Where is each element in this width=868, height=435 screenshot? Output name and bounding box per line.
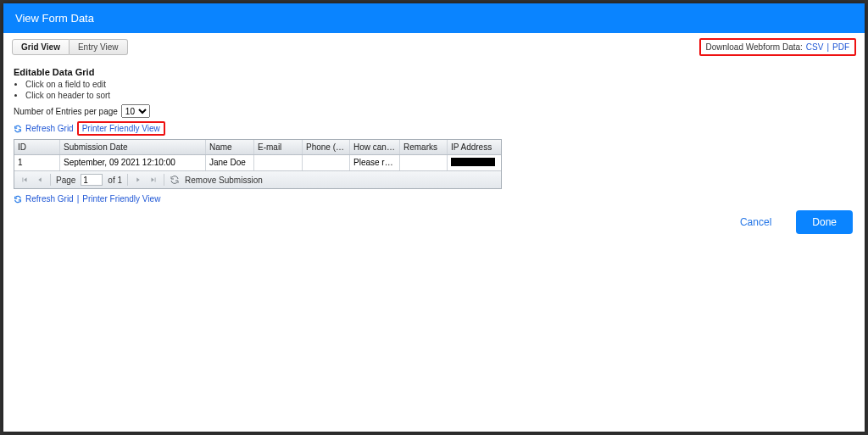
col-remarks[interactable]: Remarks	[400, 140, 448, 154]
grid-header-row[interactable]: ID Submission Date Name E-mail Phone (Op…	[14, 140, 501, 155]
cell-phone[interactable]	[303, 155, 350, 170]
cell-name[interactable]: Jane Doe	[206, 155, 254, 170]
pager-last-icon[interactable]	[148, 174, 159, 186]
modal-body: Grid View Entry View Download Webform Da…	[3, 33, 865, 432]
col-phone[interactable]: Phone (Optional)	[303, 140, 350, 154]
hint-edit: Click on a field to edit	[25, 79, 854, 90]
cell-id[interactable]: 1	[14, 155, 60, 170]
pager-page-label: Page	[56, 176, 75, 185]
refresh-grid-link[interactable]: Refresh Grid	[25, 124, 74, 133]
content: Editable Data Grid Click on a field to e…	[3, 59, 865, 204]
modal-footer: Cancel Done	[3, 204, 865, 243]
pager-page-input[interactable]	[81, 174, 103, 186]
download-pdf-link[interactable]: PDF	[832, 42, 849, 52]
remove-submission-label[interactable]: Remove Submission	[185, 176, 263, 185]
cell-how[interactable]: Please reach …	[350, 155, 400, 170]
pager-next-icon[interactable]	[133, 174, 143, 186]
pager-of-label: of 1	[108, 176, 122, 185]
printer-friendly-link[interactable]: Printer Friendly View	[82, 124, 160, 133]
cancel-button[interactable]: Cancel	[724, 210, 787, 234]
cell-email[interactable]	[254, 155, 303, 170]
hint-list: Click on a field to edit Click on header…	[25, 79, 854, 101]
entries-per-page-row: Number of Entries per page 10	[14, 104, 854, 118]
tab-grid-view[interactable]: Grid View	[12, 39, 70, 55]
col-submission[interactable]: Submission Date	[60, 140, 206, 154]
entries-per-page-label: Number of Entries per page	[14, 107, 118, 116]
table-row[interactable]: 1 September, 09 2021 12:10:00 Jane Doe P…	[14, 155, 501, 170]
horizontal-scrollbar[interactable]	[3, 384, 865, 398]
col-name[interactable]: Name	[206, 140, 254, 154]
grid-link-row: Refresh Grid Printer Friendly View	[14, 121, 854, 136]
pager-first-icon[interactable]	[19, 174, 30, 186]
download-webform-box: Download Webform Data: CSV | PDF	[699, 38, 856, 56]
refresh-icon	[14, 125, 22, 133]
tabs: Grid View Entry View	[12, 39, 128, 55]
cell-remarks[interactable]	[400, 155, 448, 170]
done-button[interactable]: Done	[796, 210, 853, 234]
col-ip[interactable]: IP Address	[448, 140, 500, 154]
col-email[interactable]: E-mail	[254, 140, 303, 154]
entries-per-page-select[interactable]: 10	[121, 104, 150, 118]
remove-submission-icon[interactable]	[170, 175, 180, 185]
modal-title: View Form Data	[3, 3, 865, 33]
refresh-icon	[14, 195, 22, 204]
pager-prev-icon[interactable]	[35, 174, 45, 186]
tab-entry-view[interactable]: Entry View	[70, 39, 128, 55]
data-grid: ID Submission Date Name E-mail Phone (Op…	[14, 139, 502, 189]
grid-title: Editable Data Grid	[14, 67, 854, 77]
printer-friendly-link-bottom[interactable]: Printer Friendly View	[82, 194, 160, 204]
col-how[interactable]: How can we help	[350, 140, 400, 154]
pager: Page of 1 Remove Submission	[14, 170, 501, 188]
download-csv-link[interactable]: CSV	[806, 42, 824, 52]
modal-view-form-data: View Form Data Grid View Entry View Down…	[3, 3, 865, 432]
ip-redacted	[451, 158, 495, 166]
top-bar: Grid View Entry View Download Webform Da…	[3, 33, 865, 59]
col-id[interactable]: ID	[14, 140, 60, 154]
cell-submission[interactable]: September, 09 2021 12:10:00	[60, 155, 206, 170]
hint-sort: Click on header to sort	[25, 90, 854, 101]
grid-link-row-bottom: Refresh Grid | Printer Friendly View	[14, 194, 854, 204]
cell-ip[interactable]	[448, 155, 500, 170]
download-label: Download Webform Data:	[706, 42, 803, 52]
refresh-grid-link-bottom[interactable]: Refresh Grid	[25, 194, 74, 204]
